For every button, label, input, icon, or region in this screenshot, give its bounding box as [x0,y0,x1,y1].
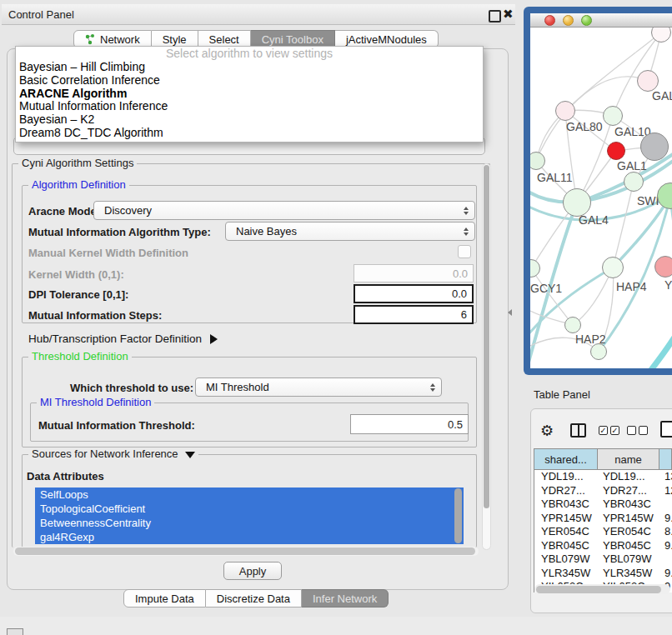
table-cell: 9. [663,539,672,553]
table-cell: 13 [663,470,672,484]
mi-steps-label: Mutual Information Steps: [28,309,162,322]
table-cell: 12 [663,484,672,498]
tab-label: Infer Network [313,592,377,605]
table-horizontal-scrollbar[interactable] [534,584,670,594]
scrollbar-thumb[interactable] [484,165,489,508]
close-icon[interactable]: ✖ [503,7,514,22]
data-attribute-item[interactable]: gal4RGexp [35,530,464,544]
tab-label: Style [163,33,187,46]
manual-kernel-checkbox[interactable] [458,245,471,258]
table-cell: YLR345W [534,567,603,581]
table-row[interactable]: YBR043CYBR043C [534,498,672,512]
minimize-traffic-light-icon[interactable] [563,15,574,26]
network-node[interactable] [640,132,669,161]
algorithm-option[interactable]: Dream8 DC_TDC Algorithm [16,127,483,140]
table-cell: 8. [663,525,672,539]
zoom-traffic-light-icon[interactable] [581,15,592,26]
table-row[interactable]: YBL079WYBL079W [534,552,672,567]
data-attribute-item[interactable]: SelfLoops [35,488,464,502]
collapsed-panel-button[interactable] [7,628,23,635]
network-node-gal80[interactable] [555,101,575,121]
spinner-arrows-icon [430,383,435,392]
table-cell: YBL079W [534,552,603,567]
unchecked-checkbox-icon[interactable] [639,426,648,435]
column-header-third[interactable] [659,449,671,469]
split-pane-handle-icon[interactable] [508,309,512,316]
network-node-hap4[interactable] [602,257,624,278]
collapsed-arrow-icon [210,334,218,344]
table-cell: YBR043C [534,498,603,512]
network-canvas[interactable]: GALGAL80GAL10GAL1GAL11SWI4GAL4GCY1HAP4YH… [530,28,672,368]
close-traffic-light-icon[interactable] [544,15,555,26]
algorithm-option[interactable]: Mutual Information Inference [16,100,483,113]
tab-infer-network[interactable]: Infer Network [302,589,389,608]
tab-label: Network [100,33,140,46]
table-row[interactable]: YBR045CYBR045C9. [534,539,672,553]
aracne-mode-select[interactable]: Discovery [93,201,475,220]
dpi-tolerance-label: DPI Tolerance [0,1]: [28,288,128,301]
mi-type-select[interactable]: Naive Bayes [225,222,475,241]
table-cell: YER054C [603,525,663,539]
algorithm-options-list: Bayesian – Hill ClimbingBasic Correlatio… [16,61,483,140]
checked-checkbox-icon[interactable]: ✓ [599,426,608,435]
network-node-gal4[interactable] [563,188,591,217]
unchecked-checkbox-icon[interactable] [627,426,636,435]
which-threshold-value: MI Threshold [206,381,269,393]
mi-type-label: Mutual Information Algorithm Type: [28,226,211,238]
algorithm-option[interactable]: ARACNE Algorithm [16,88,483,101]
settings-horizontal-scrollbar[interactable] [13,547,479,556]
algorithm-option[interactable]: Basic Correlation Inference [16,74,483,88]
table-cell: YPR145W [603,512,663,526]
attributes-list-scrollbar[interactable] [454,488,462,543]
node-label: HAP4 [616,280,647,293]
kernel-width-input[interactable]: 0.0 [354,264,474,282]
network-node-gal1[interactable] [607,142,625,160]
split-columns-icon[interactable] [570,423,586,438]
settings-vertical-scrollbar[interactable] [482,163,491,550]
network-node-swi4[interactable] [624,172,644,192]
network-node-hap2[interactable] [564,317,581,333]
table-row[interactable]: YDR27...YDR27...12 [534,484,672,498]
kernel-width-label: Kernel Width (0,1): [28,268,124,281]
document-icon[interactable] [660,421,672,438]
table-row[interactable]: YER054CYER054C8. [534,525,672,539]
apply-button[interactable]: Apply [223,562,282,580]
hub-definition-label: Hub/Transcription Factor Definition [28,332,202,345]
tab-impute-data[interactable]: Impute Data [123,589,206,608]
gear-icon[interactable]: ⚙ [540,422,554,440]
dropdown-placeholder: Select algorithm to view settings [16,47,483,61]
table-row[interactable]: YPR145WYPR145W9. [534,512,672,526]
algorithm-option[interactable]: Bayesian – Hill Climbing [16,61,483,74]
table-row[interactable]: YLR345WYLR345W9. [534,567,672,581]
sources-group-title[interactable]: Sources for Network Inference [28,448,198,460]
column-header-name[interactable]: name [598,449,659,469]
data-attribute-item[interactable]: TopologicalCoefficient [35,502,464,516]
mi-steps-input[interactable]: 6 [354,305,474,324]
mi-threshold-label: Mutual Information Threshold: [38,419,195,432]
float-window-icon[interactable] [489,10,501,22]
scrollbar-thumb[interactable] [15,548,475,555]
sources-title-label: Sources for Network Inference [32,448,178,460]
tab-discretize-data[interactable]: Discretize Data [206,589,302,608]
data-attribute-item[interactable]: BetweennessCentrality [35,516,464,530]
dpi-tolerance-input[interactable]: 0.0 [354,284,474,303]
scrollbar-thumb[interactable] [536,586,661,593]
algorithm-option[interactable]: Bayesian – K2 [16,113,483,127]
checked-checkbox-icon[interactable]: ✓ [610,426,619,435]
network-node-y[interactable] [654,256,672,278]
network-window-titlebar[interactable] [530,13,672,28]
mi-threshold-input[interactable]: 0.5 [350,414,469,434]
hub-definition-expander[interactable]: Hub/Transcription Factor Definition [28,332,218,345]
node-label: GCY1 [530,282,562,295]
table-cell: 9. [663,567,672,581]
node-label: Y [664,278,672,292]
dpi-tolerance-value: 0.0 [452,288,467,300]
column-header-shared[interactable]: shared... [534,449,598,469]
table-cell: YDR27... [534,484,603,498]
table-cell: YDL19... [603,470,663,484]
network-node-gal10[interactable] [603,106,623,126]
table-header: shared... name [534,448,672,470]
which-threshold-select[interactable]: MI Threshold [195,378,442,397]
network-node[interactable] [590,343,607,360]
table-row[interactable]: YDL19...YDL19...13 [534,470,672,484]
